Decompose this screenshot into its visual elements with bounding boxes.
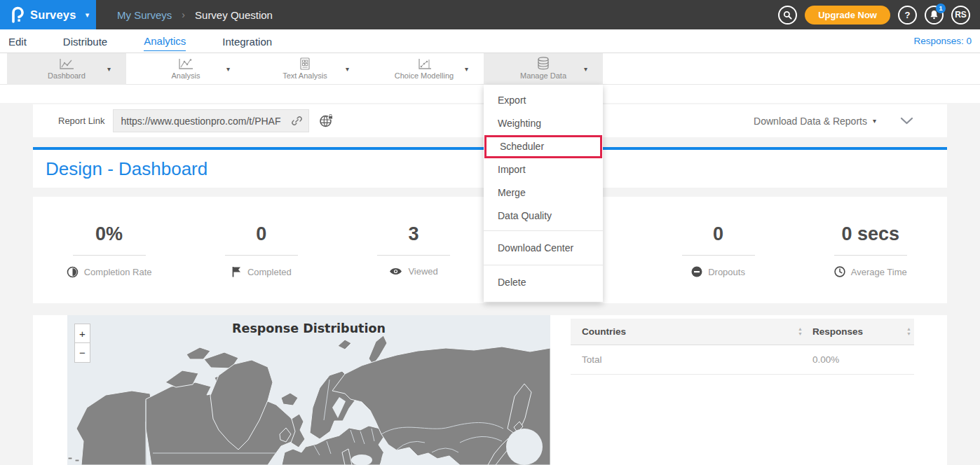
tab-label: Text Analysis [283, 71, 327, 80]
report-bar-right: Download Data & Reports ▾ [754, 116, 933, 127]
stat-label: Completion Rate [84, 267, 152, 277]
nav-item-analytics[interactable]: Analytics [144, 31, 186, 51]
chevron-down-icon: ▾ [86, 11, 90, 20]
tab-label: Dashboard [48, 71, 86, 80]
topbar-actions: Upgrade Now ? 1 RS [778, 6, 980, 25]
menu-item-import[interactable]: Import [484, 158, 603, 181]
menu-item-delete[interactable]: Delete [484, 268, 603, 296]
collapse-chevron-icon[interactable] [900, 117, 913, 125]
stat-completion-rate: 0% Completion Rate [33, 223, 185, 303]
product-name: Surveys [30, 8, 76, 22]
analytics-toolbar: Dashboard ▾ Analysis ▾ Text Analysis ▾ [0, 53, 980, 85]
stat-value: 0% [33, 223, 185, 245]
breadcrumb-current: Survey Question [195, 9, 273, 21]
tab-label: Choice Modelling [395, 71, 454, 80]
report-link-input[interactable] [121, 116, 291, 127]
map-title: Response Distribution [67, 321, 550, 335]
nav-item-edit[interactable]: Edit [8, 32, 27, 51]
world-map [67, 315, 550, 465]
report-document-icon [299, 58, 311, 70]
stat-label: Completed [247, 267, 292, 277]
half-circle-icon [67, 266, 79, 278]
table-header-row: Countries ▲▼ Responses ▲▼ [571, 319, 914, 345]
response-distribution-card: Response Distribution + − Countries ▲▼ R… [33, 315, 947, 465]
stat-value: 3 [337, 223, 489, 245]
link-icon[interactable] [291, 115, 303, 127]
stat-value: 0 [185, 223, 337, 245]
breadcrumb-my-surveys[interactable]: My Surveys [117, 9, 172, 21]
product-switcher[interactable]: Surveys ▾ [0, 0, 96, 29]
stat-label: Viewed [408, 266, 437, 277]
upgrade-now-button[interactable]: Upgrade Now [805, 6, 890, 25]
sort-icon[interactable]: ▲▼ [798, 327, 803, 336]
column-header-countries[interactable]: Countries ▲▼ [571, 326, 812, 337]
search-button[interactable] [778, 6, 797, 25]
stat-value: 0 [642, 223, 794, 245]
avatar-initials: RS [955, 10, 967, 20]
column-header-responses[interactable]: Responses ▲▼ [812, 326, 914, 337]
chevron-down-icon: ▾ [107, 64, 111, 72]
topbar: Surveys ▾ My Surveys › Survey Question U… [0, 0, 980, 29]
chevron-down-icon: ▾ [584, 64, 587, 72]
chevron-down-icon: ▾ [465, 64, 468, 72]
stat-average-time: 0 secs Average Time [794, 223, 946, 303]
menu-item-download-center[interactable]: Download Center [484, 234, 603, 262]
nav-item-distribute[interactable]: Distribute [63, 32, 107, 51]
choice-chart-icon [416, 58, 432, 70]
line-chart-icon [59, 58, 74, 70]
notifications-button[interactable]: 1 [925, 6, 944, 25]
menu-item-export[interactable]: Export [484, 89, 603, 112]
world-map-panel[interactable]: Response Distribution + − [67, 315, 550, 465]
report-link-field[interactable] [113, 109, 309, 132]
download-data-reports-dropdown[interactable]: Download Data & Reports ▾ [754, 116, 876, 127]
breadcrumb: My Surveys › Survey Question [117, 9, 273, 21]
database-icon [536, 58, 550, 70]
page-title: Design - Dashboard [46, 158, 207, 180]
zoom-out-button[interactable]: − [74, 343, 90, 363]
tab-text-analysis[interactable]: Text Analysis ▾ [245, 53, 365, 85]
stat-value: 0 secs [794, 223, 946, 245]
chevron-down-icon: ▾ [346, 64, 349, 72]
nav-item-integration[interactable]: Integration [222, 32, 272, 51]
chevron-down-icon: ▾ [226, 64, 230, 72]
globe-lock-icon[interactable] [319, 114, 334, 128]
clock-icon [834, 266, 845, 277]
minus-circle-icon [691, 266, 702, 277]
tab-dashboard[interactable]: Dashboard ▾ [7, 53, 126, 85]
flag-icon [231, 266, 242, 277]
avatar[interactable]: RS [951, 6, 970, 25]
menu-divider [484, 230, 603, 231]
stat-label: Dropouts [708, 267, 745, 277]
map-zoom-controls: + − [74, 324, 90, 363]
scatter-chart-icon [178, 58, 193, 70]
stat-completed: 0 Completed [185, 223, 337, 303]
search-icon [783, 11, 792, 20]
chevron-down-icon: ▾ [873, 117, 876, 125]
eye-icon [389, 267, 402, 276]
zoom-in-button[interactable]: + [74, 324, 90, 343]
manage-data-menu: Export Weighting Scheduler Import Merge … [484, 85, 603, 302]
menu-divider [484, 265, 603, 265]
stat-viewed: 3 Viewed [337, 223, 489, 303]
stat-label: Average Time [851, 267, 907, 277]
tab-choice-modelling[interactable]: Choice Modelling ▾ [365, 53, 484, 85]
menu-item-scheduler[interactable]: Scheduler [484, 135, 602, 158]
countries-table: Countries ▲▼ Responses ▲▼ Total 0.00% [571, 319, 914, 465]
questionpro-logo-icon [10, 6, 24, 23]
question-mark-icon: ? [905, 10, 911, 20]
row-country-total: Total [571, 354, 812, 365]
tab-manage-data[interactable]: Manage Data ▾ [484, 53, 603, 85]
breadcrumb-separator: › [182, 9, 185, 20]
menu-item-data-quality[interactable]: Data Quality [484, 204, 603, 228]
sort-icon[interactable]: ▲▼ [906, 327, 911, 336]
download-label: Download Data & Reports [754, 116, 867, 127]
responses-count: Responses: 0 [913, 36, 972, 46]
menu-item-weighting[interactable]: Weighting [484, 112, 603, 135]
help-button[interactable]: ? [898, 6, 917, 25]
tab-label: Analysis [172, 71, 200, 80]
tab-analysis[interactable]: Analysis ▾ [126, 53, 245, 85]
report-link-label: Report Link [58, 116, 104, 126]
survey-nav: Edit Distribute Analytics Integration Re… [0, 29, 980, 53]
tab-label: Manage Data [520, 71, 566, 80]
menu-item-merge[interactable]: Merge [484, 181, 603, 204]
